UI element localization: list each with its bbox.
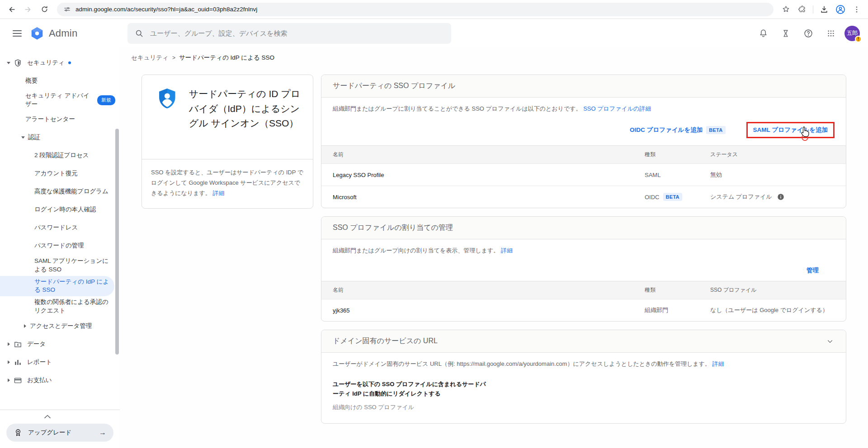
card-title: サードパーティの SSO プロファイル — [333, 81, 455, 91]
sidebar-item-2sv[interactable]: 2 段階認証プロセス — [0, 147, 120, 165]
avatar-warning-badge: ! — [855, 36, 862, 42]
page-title: サードパーティの IdP による SSO — [179, 54, 274, 62]
sso-assignments-card: SSO プロファイルの割り当ての管理 組織部門またはグループ向けの割り当てを表示… — [321, 216, 846, 322]
sidebar-item-account-recovery[interactable]: アカウント復元 — [0, 165, 120, 183]
profile-status: システム プロファイル — [710, 193, 772, 201]
breadcrumb-security-link[interactable]: セキュリティ — [131, 54, 169, 62]
sidebar-item-sso-saml-apps[interactable]: SAML アプリケーションによる SSO — [0, 255, 120, 276]
info-icon[interactable] — [777, 193, 785, 201]
pending-tasks-button[interactable] — [777, 24, 795, 42]
card-title: ドメイン固有のサービスの URL — [333, 336, 438, 346]
collapse-section-button[interactable] — [826, 338, 834, 345]
browser-toolbar: admin.google.com/ac/security/sso?hl=ja&a… — [0, 0, 868, 19]
bar-chart-icon — [14, 358, 27, 367]
help-button[interactable] — [799, 24, 817, 42]
sidebar-item-password-management[interactable]: パスワードの管理 — [0, 237, 120, 255]
sidebar-item-login-challenges[interactable]: ログイン時の本人確認 — [0, 201, 120, 219]
account-avatar[interactable]: 五郎 ! — [844, 26, 860, 41]
card-description: 組織部門またはグループ向けの割り当てを表示、管理します。 — [333, 247, 499, 254]
table-row[interactable]: Legacy SSO Profile SAML 無効 — [321, 163, 846, 186]
profiles-table-header: 名前 種類 ステータス — [321, 145, 846, 163]
add-oidc-profile-button[interactable]: OIDC プロファイルを追加 BETA — [630, 126, 726, 134]
breadcrumb: セキュリティ > サードパーティの IdP による SSO — [131, 47, 846, 65]
sidebar-scrollbar[interactable] — [115, 129, 119, 355]
three-dot-menu-icon — [853, 5, 861, 14]
panel-title: サードパーティの ID プロバイダ（IdP）によるシングル サインオン（SSO） — [189, 87, 302, 145]
bookmark-star-button[interactable] — [779, 3, 793, 16]
browser-forward-button[interactable] — [21, 2, 35, 17]
downloads-button[interactable] — [817, 3, 831, 16]
assignment-name: yjk365 — [333, 307, 645, 314]
sidebar-item-security-advisor[interactable]: セキュリティ アドバイザー 新規 — [0, 90, 120, 111]
sidebar-item-billing[interactable]: お支払い — [0, 371, 120, 389]
profile-circle-icon — [835, 4, 846, 15]
browser-menu-button[interactable] — [850, 3, 863, 16]
sidebar-item-access-data-control[interactable]: アクセスとデータ管理 — [0, 317, 120, 335]
google-apps-button[interactable] — [822, 24, 840, 42]
download-icon — [820, 5, 829, 14]
sidebar-item-data[interactable]: データ — [0, 335, 120, 353]
assignment-type: 組織部門 — [645, 306, 710, 314]
sidebar-item-advanced-protection[interactable]: 高度な保護機能プログラム — [0, 183, 120, 201]
panel-learn-more-link[interactable]: 詳細 — [212, 190, 224, 196]
help-icon — [803, 28, 813, 38]
shield-person-icon — [156, 87, 179, 110]
column-header-type: 種類 — [645, 151, 710, 159]
main-menu-button[interactable] — [8, 24, 26, 42]
manage-link[interactable]: 管理 — [807, 266, 819, 275]
profile-type: SAML — [645, 172, 710, 178]
admin-brand[interactable]: Admin — [30, 26, 120, 41]
notification-dot — [68, 61, 71, 64]
search-input[interactable] — [150, 29, 421, 37]
table-row[interactable]: Microsoft OIDC BETA システム プロファイル — [321, 186, 846, 208]
column-header-name: 名前 — [333, 151, 645, 159]
forward-arrow-icon — [24, 5, 33, 14]
admin-header: Admin 五郎 ! — [0, 19, 868, 47]
admin-search-bar[interactable] — [127, 23, 451, 44]
apps-grid-icon — [827, 29, 835, 37]
google-admin-logo-icon — [30, 26, 44, 41]
assignments-details-link[interactable]: 詳細 — [501, 247, 513, 254]
address-bar[interactable]: admin.google.com/ac/security/sso?hl=ja&a… — [57, 3, 774, 16]
caret-right-icon — [8, 342, 10, 346]
add-saml-profile-button[interactable]: SAML プロファイルを追加 — [746, 122, 835, 138]
sidebar-item-overview[interactable]: 概要 — [0, 72, 120, 90]
caret-right-icon — [8, 360, 10, 364]
table-row[interactable]: yjk365 組織部門 なし（ユーザーは Google でログインする） — [321, 299, 846, 321]
extensions-button[interactable] — [795, 3, 809, 16]
bell-icon — [759, 28, 768, 38]
sso-profiles-card: サードパーティの SSO プロファイル 組織部門またはグループに割り当てることが… — [321, 75, 846, 208]
column-header-profile: SSO プロファイル — [710, 286, 835, 294]
toolbar-divider — [813, 5, 813, 14]
chevron-up-icon — [43, 414, 52, 419]
sidebar-item-alert-center[interactable]: アラートセンター — [0, 111, 120, 129]
upgrade-button[interactable]: アップグレード → — [6, 424, 113, 442]
hourglass-icon — [781, 29, 790, 38]
sso-profile-details-link[interactable]: SSO プロファイルの詳細 — [583, 105, 651, 112]
product-name: Admin — [49, 28, 77, 39]
browser-back-button[interactable] — [5, 2, 19, 17]
sidebar-item-sso-third-party-idp[interactable]: サードパーティの IdP による SSO — [0, 276, 114, 297]
sidebar-item-multi-party-approval[interactable]: 複数の関係者による承認のリクエスト — [0, 296, 120, 317]
beta-badge: BETA — [663, 193, 682, 201]
sidebar-item-security[interactable]: セキュリティ — [0, 54, 120, 72]
upgrade-label: アップグレード — [28, 429, 71, 437]
arrow-right-icon: → — [99, 429, 106, 437]
sidebar-item-authentication[interactable]: 認証 — [0, 129, 120, 147]
sidebar-item-reports[interactable]: レポート — [0, 353, 120, 371]
domain-service-url-card: ドメイン固有のサービスの URL ユーザーがドメイン固有のサービス URL（例:… — [321, 330, 846, 424]
sidebar-item-passwordless[interactable]: パスワードレス — [0, 219, 120, 237]
card-description: 組織部門またはグループに割り当てることができる SSO プロファイルは以下のとお… — [333, 105, 582, 112]
beta-badge: BETA — [706, 126, 725, 134]
caret-down-icon — [21, 136, 25, 139]
sidebar-footer: アップグレード → — [0, 410, 120, 448]
browser-refresh-button[interactable] — [37, 2, 52, 17]
card-description: ユーザーがドメイン固有のサービス URL（例: https://mail.goo… — [333, 360, 711, 367]
caret-right-icon — [8, 378, 10, 382]
notifications-button[interactable] — [754, 24, 772, 42]
browser-profile-button[interactable] — [834, 3, 847, 16]
sidebar-collapse-button[interactable] — [0, 410, 95, 422]
medal-icon — [14, 428, 23, 437]
domain-details-link[interactable]: 詳細 — [712, 360, 724, 367]
site-settings-icon[interactable] — [63, 5, 71, 13]
